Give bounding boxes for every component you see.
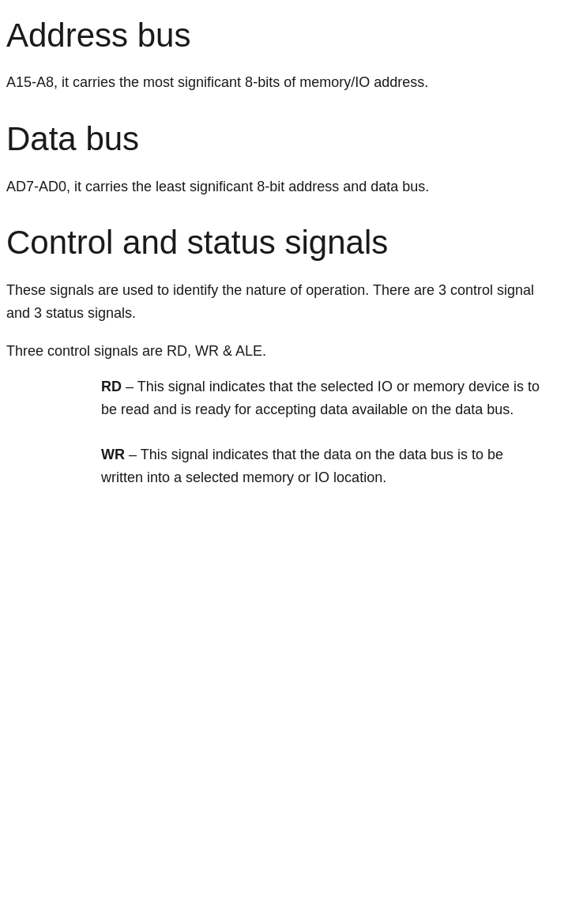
data-bus-title: Data bus [6,119,555,159]
rd-term: RD [101,379,122,394]
control-signals-list: RD – This signal indicates that the sele… [101,375,555,488]
rd-definition: – This signal indicates that the selecte… [101,379,540,417]
address-bus-section: Address bus A15-A8, it carries the most … [6,16,555,94]
control-status-title: Control and status signals [6,223,555,262]
control-status-subtext: Three control signals are RD, WR & ALE. [6,340,555,363]
data-bus-section: Data bus AD7-AD0, it carries the least s… [6,119,555,198]
wr-term: WR [101,447,125,462]
address-bus-body: A15-A8, it carries the most significant … [6,71,555,94]
address-bus-title: Address bus [6,16,555,55]
data-bus-body: AD7-AD0, it carries the least significan… [6,175,555,198]
list-item-rd: RD – This signal indicates that the sele… [101,375,549,421]
control-status-intro: These signals are used to identify the n… [6,279,555,325]
control-status-section: Control and status signals These signals… [6,223,555,488]
wr-definition: – This signal indicates that the data on… [101,447,503,485]
list-item-wr: WR – This signal indicates that the data… [101,443,549,489]
